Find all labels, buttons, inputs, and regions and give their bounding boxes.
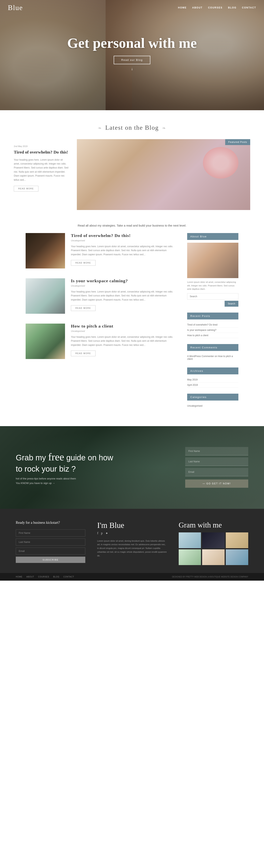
archive-link[interactable]: May 2019	[187, 377, 238, 382]
blog-post-content: Is your workspace calming? Uncategorised…	[71, 278, 177, 311]
footer-nav-contact[interactable]: CONTACT	[63, 576, 74, 578]
footer-kickstart-heading: Ready for a business kickstart?	[16, 521, 85, 525]
blog-post-category: Uncategorised	[71, 285, 177, 287]
gram-image[interactable]	[179, 549, 201, 565]
category-link[interactable]: Uncategorised	[187, 403, 238, 408]
blog-post-title: How to pitch a client	[71, 323, 177, 329]
about-image	[187, 243, 238, 278]
footer-gram-col: Gram with me	[179, 521, 248, 565]
hero-arrow-icon: ↓	[67, 67, 197, 71]
footer-bottom: HOME ABOUT COURSES BLOG CONTACT DESIGNED…	[0, 573, 264, 581]
featured-post-title: Tired of overwhelm? Do this!	[14, 149, 69, 155]
blog-post-item: Tired of overwhelm? Do this! Uncategoris…	[26, 233, 177, 269]
guide-last-name-input[interactable]	[185, 458, 248, 466]
featured-post-image: Featured Posts	[77, 139, 250, 210]
hero-content: Get personal with me Read our Blog ↓	[67, 35, 197, 71]
footer-credit: DESIGNED BY PRETTY WEB DESIGN | A BOUTIQ…	[172, 576, 248, 578]
footer-subscribe-button[interactable]: SUBSCRIBE	[16, 557, 85, 563]
footer-social-icons: f p ✦	[97, 531, 167, 535]
blog-posts: Tired of overwhelm? Do this! Uncategoris…	[26, 233, 177, 414]
gram-title: Gram with me	[179, 521, 248, 529]
footer-im-blue-title: I'm Blue	[97, 521, 167, 530]
recent-comment: A WordPress Commenter on How to pitch a …	[187, 354, 238, 362]
sidebar-recent-comments-widget: Recent Comments A WordPress Commenter on…	[187, 344, 238, 362]
free-guide-heading: Grab my free guide on how to rock your b…	[16, 450, 185, 474]
sidebar: About Blue Lorem ipsum dolor sit amet, c…	[187, 233, 238, 414]
gram-image[interactable]	[179, 532, 201, 548]
blog-list-section: Tired of overwhelm? Do this! Uncategoris…	[14, 229, 250, 426]
search-button[interactable]: Search	[225, 301, 238, 307]
thumbnail-image	[26, 323, 65, 359]
footer-bottom-nav: HOME ABOUT COURSES BLOG CONTACT	[16, 576, 74, 578]
blog-post-title: Tired of overwhelm? Do this!	[71, 233, 177, 238]
footer-email-input[interactable]	[16, 548, 85, 555]
sidebar-about-title: About Blue	[187, 233, 238, 240]
featured-post-date: 2nd May 2019	[14, 145, 69, 148]
footer-nav-blog[interactable]: BLOG	[53, 576, 59, 578]
nav-contact[interactable]: CONTACT	[242, 6, 256, 9]
sidebar-categories-title: Categories	[187, 394, 238, 401]
blog-post-thumbnail	[26, 233, 65, 269]
nav-courses[interactable]: COURSES	[208, 6, 223, 9]
footer-first-name-input[interactable]	[16, 529, 85, 536]
blog-post-category: Uncategorised	[71, 330, 177, 332]
search-widget: Search	[187, 293, 238, 307]
gram-image[interactable]	[202, 532, 225, 548]
recent-post-link[interactable]: Tired of overwhelm? Do tired	[187, 322, 238, 328]
free-guide-heading-free: free	[48, 451, 64, 463]
sidebar-recent-posts-title: Recent Posts	[187, 313, 238, 319]
free-guide-form: — GO GET IT NOW!	[185, 447, 248, 488]
footer-last-name-input[interactable]	[16, 538, 85, 546]
footer-instagram-icon[interactable]: ✦	[106, 531, 108, 535]
nav-blog[interactable]: BLOG	[228, 6, 237, 9]
featured-badge: Featured Posts	[225, 139, 250, 145]
guide-first-name-input[interactable]	[185, 447, 248, 456]
footer-about-col: I'm Blue f p ✦ Lorem ipsum dolor sit ame…	[97, 521, 167, 557]
site-logo[interactable]: Blue	[8, 4, 23, 12]
guide-email-input[interactable]	[185, 468, 248, 476]
footer-nav-about[interactable]: ABOUT	[26, 576, 34, 578]
footer-pinterest-icon[interactable]: p	[101, 531, 102, 535]
footer-facebook-icon[interactable]: f	[97, 531, 98, 535]
hero-cta-button[interactable]: Read our Blog	[114, 56, 150, 64]
gram-image[interactable]	[226, 532, 248, 548]
free-guide-left: Grab my free guide on how to rock your b…	[16, 450, 185, 485]
sidebar-recent-posts-widget: Recent Posts Tired of overwhelm? Do tire…	[187, 313, 238, 338]
sidebar-archives-widget: Archives May 2019 April 2019	[187, 368, 238, 388]
archive-link[interactable]: April 2019	[187, 382, 238, 388]
footer-nav-home[interactable]: HOME	[16, 576, 23, 578]
gram-grid	[179, 532, 248, 565]
blog-post-category: Uncategorised	[71, 239, 177, 242]
latest-section-title: Latest on the Blog	[94, 124, 170, 131]
blog-post-thumbnail	[26, 323, 65, 359]
footer-nav-courses[interactable]: COURSES	[38, 576, 49, 578]
about-text: Lorem ipsum dolor sit amet, consectetur …	[187, 280, 238, 291]
latest-section: Latest on the Blog 2nd May 2019 Tired of…	[0, 110, 264, 218]
blog-post-excerpt: Your heading goes here. Lorem ipsum dolo…	[71, 244, 177, 256]
sidebar-archives-title: Archives	[187, 368, 238, 374]
gram-image[interactable]	[202, 549, 225, 565]
footer-about-text: Lorem ipsum dolor sit amet, doning tinci…	[97, 539, 167, 557]
blog-post-item: Is your workspace calming? Uncategorised…	[26, 278, 177, 314]
featured-post-container: 2nd May 2019 Tired of overwhelm? Do this…	[14, 139, 250, 210]
read-more-button[interactable]: READ MORE	[71, 260, 95, 266]
read-more-button[interactable]: READ MORE	[71, 305, 95, 311]
blog-post-excerpt: Your heading goes here. Lorem ipsum dolo…	[71, 290, 177, 302]
featured-read-more-button[interactable]: READ MORE	[14, 186, 38, 191]
blog-post-title: Is your workspace calming?	[71, 278, 177, 283]
nav-home[interactable]: HOME	[178, 6, 187, 9]
free-guide-heading-3: to rock your biz ?	[16, 465, 76, 473]
nav-links: HOME ABOUT COURSES BLOG CONTACT	[178, 6, 256, 9]
blog-post-excerpt: Your heading goes here. Lorem ipsum dolo…	[71, 335, 177, 347]
recent-post-link[interactable]: Is your workspace calming?	[187, 328, 238, 333]
tagline: Read all about my strategies. Take a rea…	[0, 218, 264, 229]
blog-post-item: How to pitch a client Uncategorised Your…	[26, 323, 177, 359]
recent-post-link[interactable]: How to pitch a client	[187, 333, 238, 338]
nav-about[interactable]: ABOUT	[192, 6, 203, 9]
guide-submit-button[interactable]: — GO GET IT NOW!	[185, 479, 248, 488]
search-input[interactable]	[187, 293, 238, 300]
read-more-button[interactable]: READ MORE	[71, 350, 95, 356]
gram-image[interactable]	[226, 549, 248, 565]
free-guide-section: Grab my free guide on how to rock your b…	[0, 426, 264, 509]
blog-post-content: How to pitch a client Uncategorised Your…	[71, 323, 177, 356]
